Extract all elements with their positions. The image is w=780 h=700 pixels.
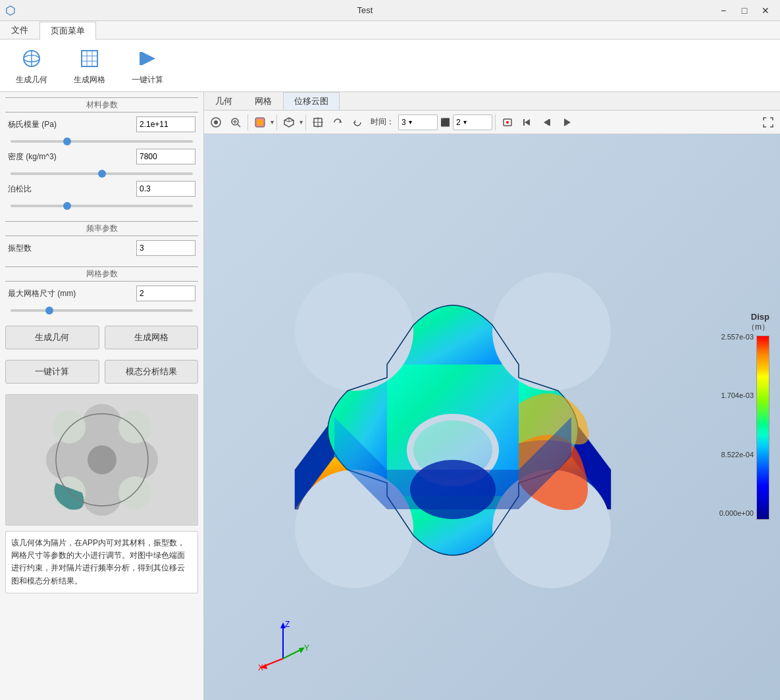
mesh-size-input[interactable] — [136, 286, 195, 301]
toolbar-sep-2 — [276, 114, 277, 130]
tab-mesh[interactable]: 网格 — [244, 92, 283, 110]
thumbnail-svg — [30, 401, 174, 519]
tab-displacement[interactable]: 位移云图 — [283, 92, 340, 110]
compute-button[interactable]: 一键计算 — [5, 360, 99, 384]
poisson-input[interactable] — [136, 181, 195, 197]
density-slider-row — [11, 167, 193, 177]
rotate-cw-button[interactable] — [348, 113, 367, 132]
step-dropdown[interactable]: 2 ▾ — [453, 114, 492, 130]
record-button[interactable] — [498, 113, 517, 132]
fullscreen-button[interactable] — [759, 113, 777, 132]
colorbar-title: Disp — [751, 312, 769, 322]
mesh-size-slider[interactable] — [11, 309, 193, 312]
zoom-button[interactable] — [226, 113, 245, 132]
mesh-icon — [76, 45, 103, 72]
svg-rect-28 — [257, 120, 263, 125]
generate-mesh-button[interactable]: 生成网格 — [105, 326, 199, 349]
density-label: 密度 (kg/m^3) — [8, 151, 136, 162]
colorbar-labels: 2.557e-03 1.704e-03 8.522e-04 0.000e+00 — [719, 333, 754, 517]
svg-line-32 — [289, 120, 294, 122]
title-bar: ⬡ Test − □ ✕ — [0, 0, 780, 21]
density-input[interactable] — [136, 149, 195, 164]
time-dropdown[interactable]: 3 ▾ — [398, 114, 438, 130]
rotate-icon — [332, 116, 344, 128]
svg-text:Y: Y — [304, 643, 309, 653]
svg-line-31 — [284, 120, 289, 122]
svg-rect-3 — [82, 51, 97, 66]
toolbar-sep-1 — [247, 114, 248, 130]
youngs-modulus-input[interactable] — [136, 116, 195, 132]
ribbon-compute[interactable]: 一键计算 — [126, 43, 169, 88]
svg-point-44 — [295, 272, 413, 391]
ribbon-geo-label: 生成几何 — [16, 74, 47, 86]
pan-icon — [312, 116, 324, 128]
svg-text:X: X — [258, 663, 263, 672]
mesh-section: 网格参数 最大网格尺寸 (mm) — [5, 266, 198, 318]
frequency-section-title: 频率参数 — [5, 221, 198, 236]
play-icon — [561, 116, 573, 128]
svg-marker-8 — [142, 52, 155, 65]
pan-button[interactable] — [309, 113, 327, 132]
ribbon-generate-mesh[interactable]: 生成网格 — [68, 43, 111, 88]
svg-rect-9 — [140, 52, 142, 65]
shape-area — [204, 134, 701, 700]
action-buttons-row1: 生成几何 生成网格 — [5, 326, 198, 349]
poisson-slider-row — [11, 199, 193, 209]
density-slider[interactable] — [11, 172, 193, 175]
menu-bar: 文件 页面菜单 — [0, 21, 780, 39]
description-box: 该几何体为隔片，在APP内可对其材料，振型数，网格尺寸等参数的大小进行调节。对图… — [5, 531, 198, 593]
mode-count-row: 振型数 — [5, 240, 198, 256]
play-button[interactable] — [558, 113, 576, 132]
rotate-button[interactable] — [328, 113, 347, 132]
tab-geometry[interactable]: 几何 — [204, 92, 244, 110]
svg-line-24 — [238, 124, 240, 127]
poisson-row: 泊松比 — [5, 181, 198, 197]
mode-count-label: 振型数 — [8, 243, 136, 254]
maximize-button[interactable]: □ — [735, 3, 754, 18]
skip-start-button[interactable] — [518, 113, 536, 132]
colorbar-mid1: 1.704e-03 — [719, 391, 754, 399]
svg-point-45 — [492, 272, 611, 391]
axes-svg: Z Y X — [257, 619, 309, 672]
material-section: 材料参数 杨氏模量 (Pa) 密度 (kg/m^3) 泊松比 — [5, 97, 198, 213]
thumbnail — [5, 394, 198, 526]
svg-marker-38 — [525, 119, 530, 126]
youngs-modulus-label: 杨氏模量 (Pa) — [8, 119, 136, 130]
fullscreen-icon — [762, 116, 774, 128]
view-toolbar: ▾ ▾ — [204, 111, 780, 134]
minimize-button[interactable]: − — [714, 3, 733, 18]
menu-tab-file[interactable]: 文件 — [0, 21, 39, 39]
youngs-modulus-slider-row — [11, 135, 193, 145]
3d-shape-svg — [222, 233, 683, 601]
ribbon-mesh-label: 生成网格 — [74, 74, 105, 86]
ribbon-generate-geo[interactable]: 生成几何 — [11, 43, 53, 88]
cube-button[interactable] — [280, 113, 298, 132]
generate-geo-button[interactable]: 生成几何 — [5, 326, 99, 349]
viewport-3d[interactable]: Disp （m） 2.557e-03 1.704e-03 8.522e-04 0… — [204, 134, 780, 700]
mesh-section-title: 网格参数 — [5, 266, 198, 282]
step-value: 2 — [456, 118, 461, 127]
camera-button[interactable] — [207, 113, 225, 132]
menu-tab-page[interactable]: 页面菜单 — [39, 22, 96, 39]
svg-point-11 — [82, 404, 122, 443]
record-icon — [502, 116, 513, 128]
svg-text:Z: Z — [285, 620, 290, 629]
camera-icon — [210, 116, 222, 128]
prev-button[interactable] — [538, 113, 556, 132]
close-button[interactable]: ✕ — [756, 3, 775, 18]
mesh-size-row: 最大网格尺寸 (mm) — [5, 286, 198, 301]
mode-count-input[interactable] — [136, 240, 195, 256]
time-label: 时间： — [371, 116, 394, 128]
colorbar-unit: （m） — [747, 322, 769, 333]
color-button[interactable] — [251, 113, 269, 132]
svg-rect-41 — [549, 119, 550, 126]
svg-point-14 — [46, 440, 86, 480]
action-buttons-row2: 一键计算 模态分析结果 — [5, 360, 198, 384]
color-icon — [254, 116, 266, 128]
poisson-slider[interactable] — [11, 205, 193, 207]
colorbar-gradient — [756, 336, 769, 520]
window-controls: − □ ✕ — [714, 3, 775, 18]
youngs-modulus-slider[interactable] — [11, 140, 193, 143]
svg-marker-40 — [544, 119, 549, 126]
modal-result-button[interactable]: 模态分析结果 — [105, 360, 199, 384]
